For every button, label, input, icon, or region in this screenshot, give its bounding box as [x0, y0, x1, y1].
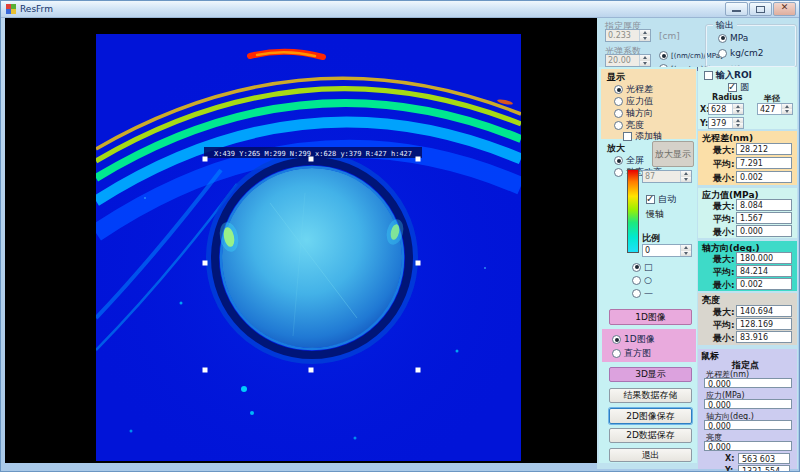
- axis-stats-panel: 轴方向(deg.) 最大: 180.000 平均: 84.214 最小: 0.0…: [698, 241, 797, 291]
- mouse-field-value: 0.000: [704, 399, 792, 409]
- min-label: 最小:: [713, 279, 735, 292]
- app-icon: [6, 4, 16, 14]
- coef-spinner[interactable]: 20.00: [605, 54, 651, 67]
- view-option-histogram[interactable]: 直方图: [612, 347, 651, 360]
- output-groupbox: 输出 MPa kg/cm2: [705, 24, 797, 68]
- zoom-display-button[interactable]: 放大显示: [652, 141, 694, 167]
- image-1d-button[interactable]: 1D图像: [609, 309, 692, 325]
- mouse-panel: 鼠标 指定点 光程差(nm) 0.000 应力(MPa) 0.000 轴方向(d…: [698, 349, 797, 469]
- maximize-button[interactable]: [749, 2, 772, 16]
- dish: [209, 155, 415, 361]
- mouse-field-value: 0.000: [704, 420, 792, 430]
- close-button[interactable]: [773, 2, 796, 16]
- heatmap-field: [96, 34, 521, 461]
- min-value: 83.916: [736, 331, 792, 343]
- radio-icon: [612, 335, 621, 344]
- spinner-down-icon[interactable]: [640, 61, 650, 67]
- checkbox-icon: [728, 83, 737, 92]
- roi-panel: 输入ROI 圆 Radius 半径 X: 628 427 Y: 379: [698, 67, 797, 129]
- radio-icon: [614, 85, 623, 94]
- max-label: 最大:: [713, 200, 735, 213]
- save-image-button[interactable]: 2D图像保存: [609, 408, 692, 424]
- marker-option-square[interactable]: □: [632, 262, 653, 272]
- mouse-field-value: 0.000: [704, 378, 792, 388]
- marker-option-line[interactable]: —: [632, 288, 653, 298]
- avg-label: 平均:: [713, 266, 735, 279]
- spinner-down-icon[interactable]: [733, 109, 743, 114]
- min-label: 最小:: [713, 226, 735, 239]
- output-group-title: 输出: [713, 19, 737, 32]
- mouse-x-label: X:: [725, 454, 734, 463]
- spinner-down-icon[interactable]: [681, 177, 691, 183]
- avg-value: 84.214: [736, 265, 792, 277]
- radio-icon: [632, 289, 641, 298]
- radio-icon: [718, 49, 727, 58]
- avg-label: 平均:: [713, 319, 735, 332]
- exit-button[interactable]: 退出: [609, 448, 692, 462]
- min-value: 0.000: [736, 225, 792, 237]
- spinner-down-icon[interactable]: [681, 251, 691, 257]
- title-bar: ResFrm: [1, 1, 799, 18]
- avg-value: 128.169: [736, 318, 792, 330]
- output-option-mpa[interactable]: MPa: [718, 33, 748, 43]
- slow-axis-label: 慢轴: [646, 208, 664, 221]
- max-label: 最大:: [713, 144, 735, 157]
- mouse-field-value: 0.000: [704, 441, 792, 451]
- thickness-spinner[interactable]: 0.233: [605, 29, 651, 42]
- save-data-button[interactable]: 2D数据保存: [609, 428, 692, 443]
- radio-icon: [614, 97, 623, 106]
- roi-radius-spinner[interactable]: 427: [757, 103, 793, 115]
- max-value: 140.694: [736, 305, 792, 317]
- radius-en-label: Radius: [712, 93, 742, 102]
- radio-icon: [612, 349, 621, 358]
- color-scale-bar: [627, 169, 639, 253]
- spinner-down-icon[interactable]: [640, 36, 650, 42]
- radio-icon: [632, 263, 641, 272]
- roi-x-spinner[interactable]: 628: [708, 103, 744, 115]
- max-value: 28.212: [736, 143, 792, 155]
- spinner-down-icon[interactable]: [733, 123, 743, 128]
- save-result-button[interactable]: 结果数据存储: [609, 388, 692, 403]
- radio-icon: [659, 51, 668, 60]
- min-value: 0.002: [736, 278, 792, 290]
- heatmap-image[interactable]: X:439 Y:265 M:299 N:299 x:628 y:379 R:42…: [5, 18, 597, 463]
- roi-y-spinner[interactable]: 379: [708, 117, 744, 129]
- minimize-button[interactable]: [725, 2, 748, 16]
- radio-icon: [718, 34, 727, 43]
- mouse-y-value: 1321 554: [738, 465, 790, 472]
- mouse-x-value: 563 603: [738, 453, 790, 464]
- marker-option-circle[interactable]: ○: [632, 275, 652, 285]
- avg-value: 7.291: [736, 157, 792, 169]
- min-label: 最小:: [713, 332, 735, 345]
- radio-icon: [614, 121, 623, 130]
- max-label: 最大:: [713, 253, 735, 266]
- radio-icon: [614, 168, 623, 177]
- mouse-y-label: Y:: [725, 466, 733, 472]
- min-label: 最小:: [713, 172, 735, 185]
- mouse-title: 鼠标: [701, 350, 719, 363]
- avg-value: 1.567: [736, 212, 792, 224]
- display-panel: 显示 光程差 应力值 轴方向 亮度 添加轴: [601, 69, 696, 139]
- scale-spinner[interactable]: 0: [642, 244, 692, 257]
- view-option-image[interactable]: 1D图像: [612, 333, 655, 346]
- avg-label: 平均:: [713, 213, 735, 226]
- roi-annotation: X:439 Y:265 M:299 N:299 x:628 y:379 R:42…: [204, 147, 422, 158]
- level-spinner[interactable]: 87: [642, 170, 692, 183]
- avg-label: 平均:: [713, 158, 735, 171]
- show-3d-button[interactable]: 3D显示: [609, 367, 692, 382]
- radio-icon: [614, 109, 623, 118]
- max-label: 最大:: [713, 306, 735, 319]
- min-value: 0.002: [736, 171, 792, 183]
- spinner-down-icon[interactable]: [782, 109, 792, 114]
- app-window: ResFrm: [0, 0, 800, 472]
- svg-text:X:439 Y:265 M:299 N:299 x:628: X:439 Y:265 M:299 N:299 x:628 y:379 R:42…: [214, 150, 412, 158]
- auto-checkbox[interactable]: 自动: [646, 193, 676, 206]
- window-title: ResFrm: [20, 4, 53, 14]
- heatmap-viewport[interactable]: X:439 Y:265 M:299 N:299 x:628 y:379 R:42…: [5, 18, 597, 463]
- retardation-stats-panel: 光程差(nm) 最大: 28.212 平均: 7.291 最小: 0.002: [698, 131, 797, 185]
- radio-icon: [632, 276, 641, 285]
- brightness-stats-panel: 亮度 最大: 140.694 平均: 128.169 最小: 83.916: [698, 293, 797, 345]
- output-option-kg[interactable]: kg/cm2: [718, 48, 763, 58]
- max-value: 180.000: [736, 252, 792, 264]
- max-value: 8.084: [736, 199, 792, 211]
